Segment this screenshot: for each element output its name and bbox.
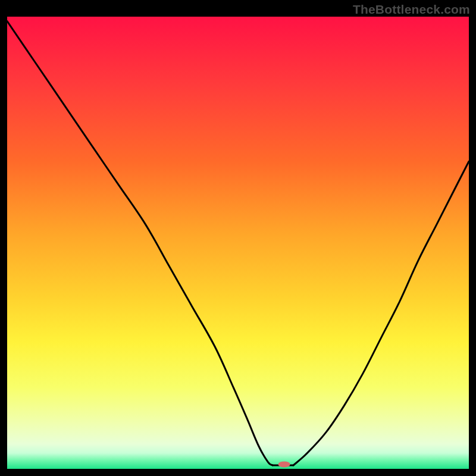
gradient-background	[7, 17, 469, 469]
chart-svg	[7, 17, 469, 469]
minimum-marker	[278, 461, 290, 467]
plot-area	[7, 17, 469, 469]
chart-frame: TheBottleneck.com	[0, 0, 476, 476]
watermark-text: TheBottleneck.com	[353, 2, 470, 17]
